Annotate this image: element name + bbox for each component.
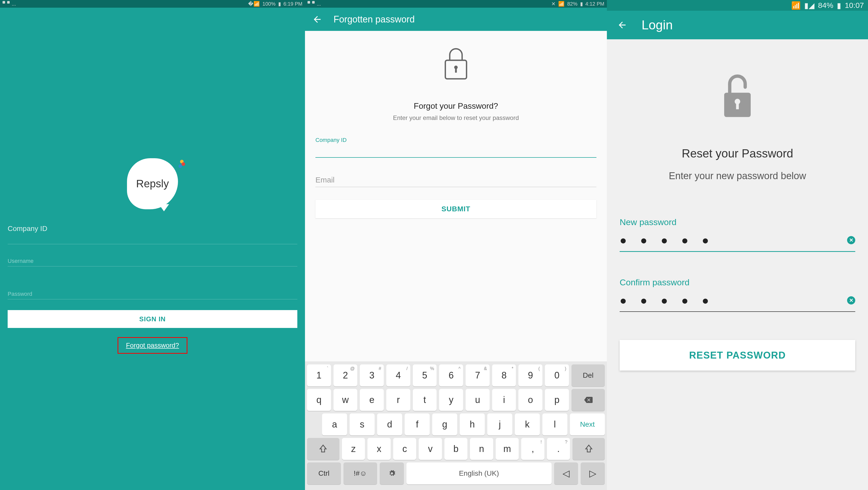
company-id-input[interactable]: [8, 233, 297, 244]
password-input[interactable]: [8, 288, 297, 299]
key-k[interactable]: k: [515, 413, 540, 435]
key-2[interactable]: 2@: [334, 365, 358, 386]
shift-left-key[interactable]: [307, 438, 339, 460]
clock-text: 10:07: [845, 1, 864, 10]
key-v[interactable]: v: [419, 438, 442, 460]
forgot-password-link[interactable]: Forgot password?: [126, 342, 179, 349]
key-d[interactable]: d: [377, 413, 402, 435]
new-password-input-row: ● ● ● ● ● ✕: [620, 227, 855, 252]
battery-icon: ▮: [837, 1, 841, 10]
key-3[interactable]: 3#: [360, 365, 384, 386]
key-w[interactable]: w: [334, 389, 358, 411]
forgot-subtext: Enter your email below to reset your pas…: [393, 114, 519, 121]
clear-confirm-password-button[interactable]: ✕: [847, 296, 855, 305]
key-e[interactable]: e: [360, 389, 384, 411]
next-key[interactable]: Next: [570, 413, 605, 435]
username-input[interactable]: [8, 255, 297, 266]
mute-icon: ✕: [551, 1, 556, 7]
submit-button[interactable]: SUBMIT: [315, 200, 596, 218]
unlock-icon: [721, 70, 754, 121]
key-y[interactable]: y: [439, 389, 463, 411]
key-x[interactable]: x: [367, 438, 391, 460]
symbols-key[interactable]: !#☺: [343, 462, 377, 484]
key-5[interactable]: 5%: [413, 365, 437, 386]
battery-text: 84%: [818, 1, 833, 10]
key-9[interactable]: 9(: [518, 365, 542, 386]
new-password-label: New password: [620, 217, 855, 227]
arrow-left-icon: [617, 20, 627, 30]
key-4[interactable]: 4/: [386, 365, 410, 386]
back-button[interactable]: [312, 14, 322, 25]
status-bar: ... ✕ 📶 82% ▮ 4:12 PM: [305, 0, 607, 8]
key-u[interactable]: u: [466, 389, 490, 411]
clear-new-password-button[interactable]: ✕: [847, 236, 855, 244]
backspace-key[interactable]: [571, 389, 605, 411]
keyboard-row-5: Ctrl !#☺ English (UK) ◁ ▷: [307, 462, 605, 484]
key-1[interactable]: 1`: [307, 365, 331, 386]
key-g[interactable]: g: [432, 413, 457, 435]
delete-key[interactable]: Del: [571, 365, 605, 386]
reset-heading: Reset your Password: [682, 146, 793, 160]
key-s[interactable]: s: [350, 413, 375, 435]
backspace-icon: [583, 395, 593, 404]
key-f[interactable]: f: [405, 413, 430, 435]
key-6[interactable]: 6^: [439, 365, 463, 386]
app-bar: Forgotten password: [305, 8, 607, 31]
key-l[interactable]: l: [542, 413, 567, 435]
back-button[interactable]: [617, 20, 627, 30]
company-id-input[interactable]: [315, 143, 596, 158]
appbar-title: Forgotten password: [334, 14, 414, 25]
shift-icon: [318, 444, 328, 454]
key-period[interactable]: .?: [547, 438, 570, 460]
key-i[interactable]: i: [492, 389, 516, 411]
key-7[interactable]: 7&: [466, 365, 490, 386]
status-right-icons: �📶 100% ▮ 6:19 PM: [248, 1, 303, 7]
shift-right-key[interactable]: [572, 438, 605, 460]
clock-text: 4:12 PM: [586, 1, 604, 7]
login-form: Company ID SIGN IN Forgot password?: [8, 225, 297, 354]
company-id-label: Company ID: [315, 137, 596, 143]
key-t[interactable]: t: [413, 389, 437, 411]
key-a[interactable]: a: [322, 413, 347, 435]
new-password-input[interactable]: ● ● ● ● ●: [620, 233, 847, 247]
signin-button[interactable]: SIGN IN: [8, 310, 297, 328]
key-b[interactable]: b: [444, 438, 468, 460]
key-z[interactable]: z: [342, 438, 365, 460]
key-m[interactable]: m: [496, 438, 519, 460]
key-r[interactable]: r: [386, 389, 410, 411]
ctrl-key[interactable]: Ctrl: [307, 462, 341, 484]
company-id-label: Company ID: [8, 225, 297, 233]
app-logo: Repsly: [127, 158, 178, 209]
key-h[interactable]: h: [460, 413, 485, 435]
logo-text: Repsly: [136, 178, 169, 190]
status-left-icons: ...: [308, 1, 321, 7]
email-input[interactable]: [315, 173, 596, 187]
highlight-annotation: Forgot password?: [118, 337, 187, 354]
arrow-left-key[interactable]: ◁: [554, 462, 578, 484]
keyboard-row-1: 1`2@3#4/5%6^7&8*9(0)Del: [307, 365, 605, 386]
soft-keyboard: 1`2@3#4/5%6^7&8*9(0)Del qwertyuiop asdfg…: [305, 362, 607, 490]
shift-icon: [584, 444, 593, 454]
key-j[interactable]: j: [487, 413, 512, 435]
key-0[interactable]: 0): [545, 365, 569, 386]
key-q[interactable]: q: [307, 389, 331, 411]
key-c[interactable]: c: [393, 438, 416, 460]
key-8[interactable]: 8*: [492, 365, 516, 386]
confirm-password-input-row: ● ● ● ● ● ✕: [620, 287, 855, 312]
forgot-heading: Forgot your Password?: [414, 101, 498, 111]
status-indicator-icon: [7, 1, 10, 4]
reset-password-screen: 📶 ▮◢ 84% ▮ 10:07 Login Reset your Passwo…: [607, 0, 868, 490]
space-key[interactable]: English (UK): [406, 462, 551, 484]
settings-key[interactable]: [380, 462, 404, 484]
key-comma[interactable]: ,!: [521, 438, 545, 460]
key-n[interactable]: n: [470, 438, 493, 460]
app-bar: Login: [607, 11, 868, 39]
key-o[interactable]: o: [518, 389, 542, 411]
status-right-icons: ✕ 📶 82% ▮ 4:12 PM: [551, 1, 604, 7]
status-ellipsis: ...: [317, 1, 321, 7]
reset-password-button[interactable]: RESET PASSWORD: [620, 340, 855, 371]
key-p[interactable]: p: [545, 389, 569, 411]
forgot-password-screen: ... ✕ 📶 82% ▮ 4:12 PM Forgotten password…: [305, 0, 607, 490]
arrow-right-key[interactable]: ▷: [581, 462, 605, 484]
confirm-password-input[interactable]: ● ● ● ● ●: [620, 293, 847, 307]
